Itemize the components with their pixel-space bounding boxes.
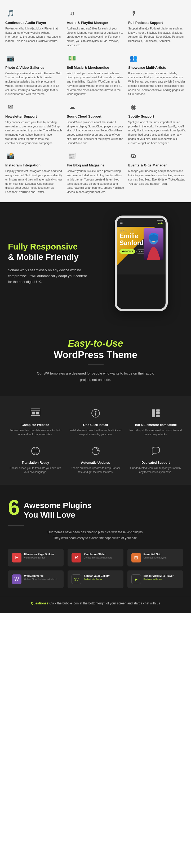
feature2-desc-complete-website: Sonaar provides complete solutions for b… — [8, 428, 63, 436]
easy-title-line2: WordPress Theme — [54, 349, 137, 360]
features-grid: 🎵 Continuous Audio Player Professional b… — [5, 8, 186, 194]
plugins-section: 6 Awesome Plugins You Will Love Our them… — [0, 485, 191, 596]
svg-rect-5 — [32, 412, 35, 414]
plugin-name-revolution-slider: Revolution Slider — [84, 553, 112, 556]
plugins-title: Awesome Plugins You Will Love — [24, 501, 92, 520]
feature2-item-complete-website: Complete Website Sonaar provides complet… — [8, 407, 63, 436]
feature2-desc-translation: Sonaar allows you to translate your site… — [8, 466, 63, 474]
easy-divider — [88, 365, 104, 365]
feature-icon-spotify: ◉ — [128, 102, 139, 112]
hamburger-icon: ☰ — [119, 220, 123, 224]
plugin-card-elementor-builder: E Elementor Page Builder Visual Page Bui… — [8, 549, 64, 566]
feature-icon-showcase: 👥 — [128, 53, 139, 63]
svg-point-9 — [94, 411, 96, 412]
feature2-item-elementor: 100% Elementor compatible No coding skil… — [128, 407, 183, 436]
feature-desc-continuous-audio: Professional built-in Ajax Music Player … — [5, 27, 63, 43]
feature-item-instagram: 📸 Instagram Integration Display your lat… — [5, 151, 63, 194]
feature-title-podcast: Full Podcast Support — [128, 21, 163, 25]
phone-header: ☰ sonaar music — [117, 218, 165, 227]
feature-title-continuous-audio: Continuous Audio Player — [5, 21, 46, 25]
feature-desc-podcast: Support all major Podcast platforms such… — [128, 27, 186, 43]
easy-section: Easy-to-Use WordPress Theme Our WP templ… — [0, 324, 191, 396]
feature2-item-updates: Automatic Updates Enable automatic updat… — [68, 444, 123, 474]
plugin-name-ajax-player: Sonaar Ajax MP3 Player — [144, 575, 174, 577]
plugin-card-vault-gallery: SV Sonaar Vault Gallery Exclusive to Son… — [68, 570, 123, 588]
feature-icon-podcast: 🎙 — [128, 8, 139, 19]
feature-title-newsletter: Newsletter Support — [5, 115, 37, 119]
feature-title-spotify: Spotify Support — [128, 115, 154, 119]
feature2-title-one-click: One-Click Install — [68, 423, 123, 427]
feature-title-showcase: Showcase Multi-Artists — [128, 66, 166, 70]
plugin-exclusive-ajax-player: Exclusive to Sonaar — [144, 578, 174, 580]
plugin-info-essential-grid: Essential Grid Unlimited Grid Layout — [144, 553, 167, 559]
plugin-card-revolution-slider: R Revolution Slider Create Interactive B… — [68, 549, 123, 566]
plugin-info-woocommerce: WooCommerce Online Store for Music & Mer… — [24, 575, 57, 581]
svg-rect-11 — [152, 409, 155, 417]
plugin-name-vault-gallery: Sonaar Vault Gallery — [84, 575, 109, 577]
feature-desc-soundcloud: SoundCloud provides a tool that make it … — [67, 120, 124, 146]
feature-item-photo-video: 📷 Photo & Video Galleries Create impress… — [5, 53, 63, 96]
plugin-sub-revolution-slider: Create Interactive Banners — [84, 556, 112, 559]
plugins-number: 6 — [8, 498, 20, 517]
feature-title-photo-video: Photo & Video Galleries — [5, 66, 44, 70]
plugin-info-ajax-player: Sonaar Ajax MP3 Player Exclusive to Sona… — [144, 575, 174, 580]
phone-logo: sonaar music — [157, 220, 163, 224]
plugin-sub-essential-grid: Unlimited Grid Layout — [144, 556, 167, 559]
feature-icon-photo-video: 📷 — [5, 53, 16, 63]
plugin-name-elementor-builder: Elementor Page Builder — [24, 553, 54, 556]
plugin-icon-woocommerce: W — [12, 575, 22, 584]
feature-title-blog: For Blog and Magazine — [67, 163, 104, 168]
feature-item-blog: 📰 For Blog and Magazine Convert your mus… — [67, 151, 124, 194]
plugin-info-revolution-slider: Revolution Slider Create Interactive Ban… — [84, 553, 112, 559]
responsive-section: Fully Responsive & Mobile Friendly Sonaa… — [0, 202, 191, 324]
feature2-title-support: Dedicated Support — [128, 461, 183, 465]
responsive-title: Fully Responsive & Mobile Friendly — [8, 242, 92, 262]
footer-cta: Questions? Click the bubble icon at the … — [0, 596, 191, 613]
feature2-icon-support — [149, 444, 162, 458]
feature-desc-spotify: Spotify is one of the most important mus… — [128, 120, 186, 146]
feature2-icon-elementor — [149, 407, 162, 420]
feature-title-soundcloud: SoundCloud Support — [67, 115, 102, 119]
responsive-image: ☰ sonaar music NEW ARTIST Emilie Sanford… — [100, 216, 183, 311]
feature-item-showcase: 👥 Showcase Multi-Artists If you are a pr… — [128, 53, 186, 96]
plugin-name-woocommerce: WooCommerce — [24, 575, 57, 577]
features-section: 🎵 Continuous Audio Player Professional b… — [0, 0, 191, 202]
features2-grid: Complete Website Sonaar provides complet… — [8, 407, 183, 474]
feature-desc-photo-video: Create impressive albums with Essential … — [5, 71, 63, 97]
feature-item-podcast: 🎙 Full Podcast Support Support all major… — [128, 8, 186, 48]
easy-title-line1: Easy-to-Use — [68, 338, 123, 349]
artist-silhouette — [144, 231, 163, 260]
plugin-sub-woocommerce: Online Store for Music & Merch — [24, 578, 57, 581]
easy-desc: Our WP templates are designed for people… — [36, 370, 155, 383]
feature2-icon-translation — [29, 444, 42, 458]
plugin-icon-revolution-slider: R — [72, 553, 81, 562]
feature-icon-blog: 📰 — [67, 151, 77, 161]
responsive-desc: Sonaar works seamlessly on any device wi… — [8, 267, 92, 285]
plugin-card-ajax-player: ▶ Sonaar Ajax MP3 Player Exclusive to So… — [127, 570, 183, 588]
plugin-card-woocommerce: W WooCommerce Online Store for Music & M… — [8, 570, 64, 588]
plugin-name-essential-grid: Essential Grid — [144, 553, 167, 556]
svg-rect-4 — [31, 410, 40, 411]
feature-desc-blog: Convert your music site into a powerful … — [67, 169, 124, 194]
plugins-desc: Our themes have been designed to play ni… — [29, 530, 162, 541]
plugin-info-vault-gallery: Sonaar Vault Gallery Exclusive to Sonaar — [84, 575, 109, 580]
phone-screen: ☰ sonaar music NEW ARTIST Emilie Sanford… — [117, 218, 165, 309]
feature-icon-newsletter: ✉ — [5, 102, 16, 112]
phone-discover-btn: ● DISCOVER — [119, 249, 135, 254]
feature-desc-showcase: If you are a producer or a record labels… — [128, 71, 186, 97]
feature-title-sell-music: Sell Music & Merchandise — [67, 66, 109, 70]
plugins-header: 6 Awesome Plugins You Will Love — [8, 498, 183, 520]
feature2-title-complete-website: Complete Website — [8, 423, 63, 427]
feature-title-audio-playlist: Audio & Playlist Manager — [67, 21, 108, 25]
feature2-icon-one-click — [89, 407, 102, 420]
feature2-desc-support: Our dedicated team will support you and … — [128, 466, 183, 474]
feature-item-soundcloud: ☁ SoundCloud Support SoundCloud provides… — [67, 102, 124, 145]
feature-title-events: Events & Gigs Manager — [128, 163, 167, 168]
feature2-desc-elementor: No coding skills is required to customiz… — [128, 428, 183, 436]
feature-icon-events: 🎟 — [128, 151, 139, 161]
plugins-divider — [8, 525, 24, 526]
feature2-title-translation: Translation Ready — [8, 461, 63, 465]
plugin-icon-vault-gallery: SV — [72, 575, 81, 584]
plugin-sub-elementor-builder: Visual Page Builder — [24, 556, 54, 559]
plugins-title-block: Awesome Plugins You Will Love — [24, 498, 92, 520]
